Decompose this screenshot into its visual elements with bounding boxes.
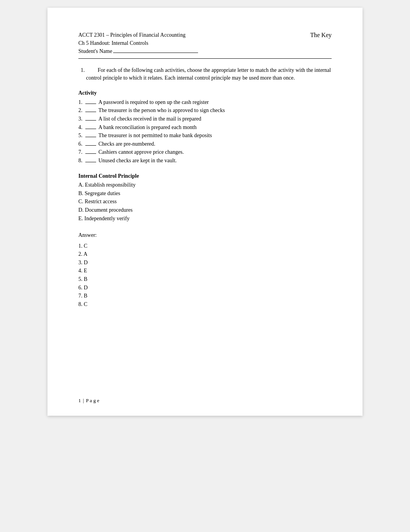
header-line2: Ch 5 Handout: Internal Controls — [78, 39, 302, 47]
pipe-separator: | — [82, 398, 85, 403]
list-item: 1. C — [78, 242, 332, 250]
item-blank-5 — [85, 137, 96, 137]
page-label: P a g e — [86, 398, 100, 403]
list-item: 8. Unused checks are kept in the vault. — [78, 157, 332, 165]
answer-section: Answer: 1. C 2. A 3. D 4. E 5. B 6. D 7.… — [78, 231, 332, 308]
list-item: E. Independently verify — [78, 215, 332, 223]
item-text-3: A list of checks received in the mail is… — [98, 115, 201, 123]
item-text-6: Checks are pre-numbered. — [98, 140, 155, 148]
student-name-label: Student's Name — [78, 47, 112, 55]
list-item: 4. A bank reconciliation is prepared eac… — [78, 124, 332, 131]
activity-list: 1. A password is required to open up the… — [78, 99, 332, 165]
item-text-7: Cashiers cannot approve price changes. — [98, 148, 184, 156]
document-page: ACCT 2301 – Principles of Financial Acco… — [47, 8, 363, 416]
list-item: 5. B — [78, 275, 332, 283]
item-num-6: 6. — [78, 140, 85, 148]
answer-list: 1. C 2. A 3. D 4. E 5. B 6. D 7. B 8. C — [78, 242, 332, 308]
item-text-5: The treasurer is not permitted to make b… — [98, 132, 212, 139]
page-number: 1 — [78, 398, 81, 403]
item-text-4: A bank reconciliation is prepared each m… — [98, 124, 197, 131]
the-key-label: The Key — [310, 31, 332, 39]
list-item: 3. A list of checks received in the mail… — [78, 115, 332, 123]
header-line1: ACCT 2301 – Principles of Financial Acco… — [78, 31, 302, 39]
item-blank-7 — [85, 153, 96, 154]
activity-section: Activity 1. A password is required to op… — [78, 89, 332, 164]
item-num-8: 8. — [78, 157, 85, 165]
question-block: For each of the following cash activitie… — [78, 66, 332, 82]
list-item: D. Document procedures — [78, 206, 332, 214]
principle-title: Internal Control Principle — [78, 172, 332, 180]
list-item: 4. E — [78, 267, 332, 275]
item-blank-1 — [85, 104, 96, 104]
item-num-7: 7. — [78, 148, 85, 156]
student-name-underline — [113, 53, 198, 53]
item-num-5: 5. — [78, 132, 85, 139]
list-item: 1. A password is required to open up the… — [78, 99, 332, 106]
list-item: 3. D — [78, 259, 332, 267]
principle-list: A. Establish responsibility B. Segregate… — [78, 181, 332, 222]
list-item: 7. Cashiers cannot approve price changes… — [78, 148, 332, 156]
list-item: B. Segregate duties — [78, 190, 332, 197]
main-question-list: For each of the following cash activitie… — [86, 66, 332, 82]
item-num-4: 4. — [78, 124, 85, 131]
question-item-1: For each of the following cash activitie… — [86, 66, 332, 82]
header-line3: Student's Name — [78, 47, 302, 55]
item-blank-3 — [85, 120, 96, 121]
item-text-8: Unused checks are kept in the vault. — [98, 157, 177, 165]
list-item: 2. A — [78, 250, 332, 258]
list-item: 6. Checks are pre-numbered. — [78, 140, 332, 148]
list-item: A. Establish responsibility — [78, 181, 332, 189]
item-blank-6 — [85, 145, 96, 146]
item-text-2: The treasurer is the person who is appro… — [98, 107, 225, 114]
page-footer: 1 | P a g e — [78, 397, 99, 404]
header-left: ACCT 2301 – Principles of Financial Acco… — [78, 31, 302, 55]
item-blank-2 — [85, 112, 96, 112]
list-item: 5. The treasurer is not permitted to mak… — [78, 132, 332, 139]
answer-label: Answer: — [78, 231, 332, 239]
item-num-2: 2. — [78, 107, 85, 114]
activity-title: Activity — [78, 89, 332, 97]
list-item: 7. B — [78, 292, 332, 300]
item-text-1: A password is required to open up the ca… — [98, 99, 209, 106]
main-content: For each of the following cash activitie… — [78, 66, 332, 308]
list-item: 6. D — [78, 284, 332, 292]
page-header: ACCT 2301 – Principles of Financial Acco… — [78, 31, 332, 59]
question-intro-text: For each of the following cash activitie… — [86, 67, 331, 81]
list-item: 8. C — [78, 301, 332, 308]
list-item: 2. The treasurer is the person who is ap… — [78, 107, 332, 114]
principle-section: Internal Control Principle A. Establish … — [78, 172, 332, 223]
list-item: C. Restrict access — [78, 198, 332, 206]
item-num-3: 3. — [78, 115, 85, 123]
item-num-1: 1. — [78, 99, 85, 106]
item-blank-4 — [85, 129, 96, 129]
item-blank-8 — [85, 162, 96, 162]
